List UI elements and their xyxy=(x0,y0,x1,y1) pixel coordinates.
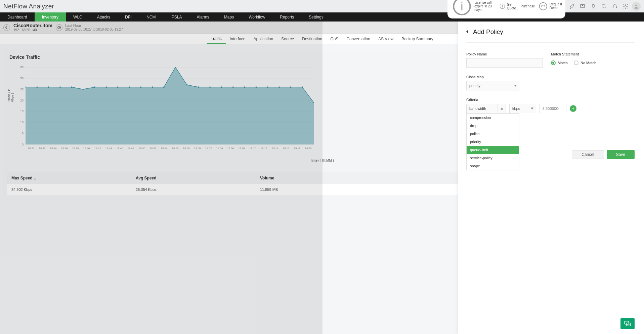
svg-marker-56 xyxy=(531,108,533,110)
nav-tab-workflow[interactable]: Workflow xyxy=(241,12,272,22)
nav-tab-reports[interactable]: Reports xyxy=(272,12,301,22)
subtab-as-view[interactable]: AS View xyxy=(374,34,397,44)
match-statement-label: Match Statement xyxy=(551,52,596,56)
svg-point-29 xyxy=(48,86,49,88)
nav-tab-dashboard[interactable]: Dashboard xyxy=(0,12,35,22)
subtab-traffic[interactable]: Traffic xyxy=(207,34,226,44)
subtab-destination[interactable]: Destination xyxy=(298,34,326,44)
svg-point-41 xyxy=(186,84,187,86)
plugin-icon[interactable] xyxy=(589,2,598,11)
dropdown-option-shape[interactable]: shape xyxy=(467,162,519,170)
svg-point-49 xyxy=(278,86,280,88)
svg-point-37 xyxy=(140,86,141,88)
svg-point-28 xyxy=(36,86,38,88)
policy-name-input[interactable] xyxy=(466,58,543,68)
chat-fab[interactable] xyxy=(620,318,635,329)
nav-tab-attacks[interactable]: Attacks xyxy=(90,12,118,22)
add-criteria-button[interactable]: + xyxy=(570,105,576,112)
svg-point-46 xyxy=(244,86,245,88)
dropdown-option-priority[interactable]: priority xyxy=(467,138,519,146)
device-name: CiscoRouter.itom xyxy=(13,23,52,28)
chevron-up-icon xyxy=(498,104,506,113)
classmap-select[interactable]: priority xyxy=(466,81,519,90)
col-max-speed[interactable]: Max Speed xyxy=(11,176,33,180)
svg-text:i: i xyxy=(461,0,463,13)
nav-tab-ipsla[interactable]: IPSLA xyxy=(163,12,189,22)
nav-tab-dpi[interactable]: DPI xyxy=(118,12,139,22)
nav-tab-maps[interactable]: Maps xyxy=(217,12,241,22)
svg-rect-58 xyxy=(626,323,631,326)
svg-point-45 xyxy=(232,86,234,88)
col-volume[interactable]: Volume xyxy=(258,176,382,180)
request-demo-link[interactable]: Request Demo xyxy=(538,1,562,11)
dropdown-option-compression[interactable]: compression xyxy=(467,114,519,122)
bell-icon[interactable] xyxy=(610,2,619,11)
svg-point-14 xyxy=(635,4,637,6)
svg-point-13 xyxy=(625,5,627,7)
get-quote-link[interactable]: $Get Quote xyxy=(499,3,516,10)
policy-name-label: Policy Name xyxy=(466,52,543,56)
svg-point-39 xyxy=(163,86,165,88)
panel-back-icon[interactable] xyxy=(466,29,469,35)
gear-icon[interactable] xyxy=(621,2,630,11)
info-icon: i xyxy=(451,0,473,17)
svg-point-43 xyxy=(209,86,211,88)
back-button[interactable] xyxy=(3,24,10,31)
dropdown-option-drop[interactable]: drop xyxy=(467,122,519,130)
cancel-button[interactable]: Cancel xyxy=(572,150,604,159)
time-label: Last Hour xyxy=(65,24,123,28)
svg-marker-55 xyxy=(501,108,503,110)
chevron-down-icon xyxy=(528,104,536,113)
col-avg-speed[interactable]: Avg Speed xyxy=(134,176,258,180)
present-icon[interactable] xyxy=(578,2,587,11)
svg-marker-54 xyxy=(514,85,517,87)
svg-point-48 xyxy=(267,86,268,88)
sort-icon: ▲ xyxy=(34,177,36,180)
save-button[interactable]: Save xyxy=(607,150,635,159)
dropdown-option-service-policy[interactable]: service-policy xyxy=(467,154,519,162)
dropdown-option-queue-limit[interactable]: queue-limit xyxy=(467,146,519,154)
nav-tab-wlc[interactable]: WLC xyxy=(66,12,90,22)
avatar[interactable] xyxy=(632,2,641,11)
radio-no-match[interactable]: No Match xyxy=(574,60,596,65)
chevron-down-icon xyxy=(511,81,519,90)
nav-tab-ncm[interactable]: NCM xyxy=(139,12,163,22)
svg-point-38 xyxy=(152,86,153,88)
device-ip: 192.168.50.140 xyxy=(13,28,52,32)
nav-tab-settings[interactable]: Settings xyxy=(301,12,331,22)
svg-point-11 xyxy=(602,4,605,7)
criteria-value-input[interactable] xyxy=(540,104,566,113)
subtab-qos[interactable]: QoS xyxy=(326,34,342,44)
svg-point-36 xyxy=(129,86,130,88)
cell-volume: 11.859 MB xyxy=(258,187,382,192)
subtab-conversation[interactable]: Conversation xyxy=(342,34,374,44)
y-axis-label: Traffic ( in Kbps ) xyxy=(7,87,14,102)
nav-tab-alarms[interactable]: Alarms xyxy=(189,12,216,22)
y-axis: Traffic ( in Kbps ) 05101520253035 xyxy=(7,67,26,144)
subtab-backup-summary[interactable]: Backup Summary xyxy=(397,34,437,44)
headset-icon xyxy=(538,1,548,11)
panel-title: Add Policy xyxy=(473,28,503,36)
subtab-source[interactable]: Source xyxy=(277,34,298,44)
nav-tab-inventory[interactable]: Inventory xyxy=(35,12,66,22)
criteria-unit-select[interactable]: kbps xyxy=(509,104,536,113)
add-policy-panel: Add Policy Policy Name Match Statement M… xyxy=(458,22,644,334)
radio-match[interactable]: Match xyxy=(551,60,568,65)
rocket-icon[interactable] xyxy=(567,2,576,11)
search-icon[interactable] xyxy=(600,2,608,11)
svg-rect-6 xyxy=(581,4,585,7)
svg-rect-7 xyxy=(592,4,594,7)
svg-point-33 xyxy=(94,86,95,88)
svg-point-34 xyxy=(105,86,107,88)
criteria-type-select[interactable]: bandwidth xyxy=(466,104,506,113)
subtab-application[interactable]: Application xyxy=(250,34,277,44)
dropdown-option-police[interactable]: police xyxy=(467,130,519,138)
svg-point-5 xyxy=(540,2,547,10)
svg-point-32 xyxy=(83,89,84,90)
cell-max-speed: 34.902 Kbps xyxy=(9,187,134,192)
subtab-interface[interactable]: Interface xyxy=(226,34,250,44)
svg-marker-53 xyxy=(466,30,468,34)
clock-icon xyxy=(56,24,62,31)
svg-point-44 xyxy=(221,86,222,88)
purchase-link[interactable]: Purchase xyxy=(519,4,535,8)
